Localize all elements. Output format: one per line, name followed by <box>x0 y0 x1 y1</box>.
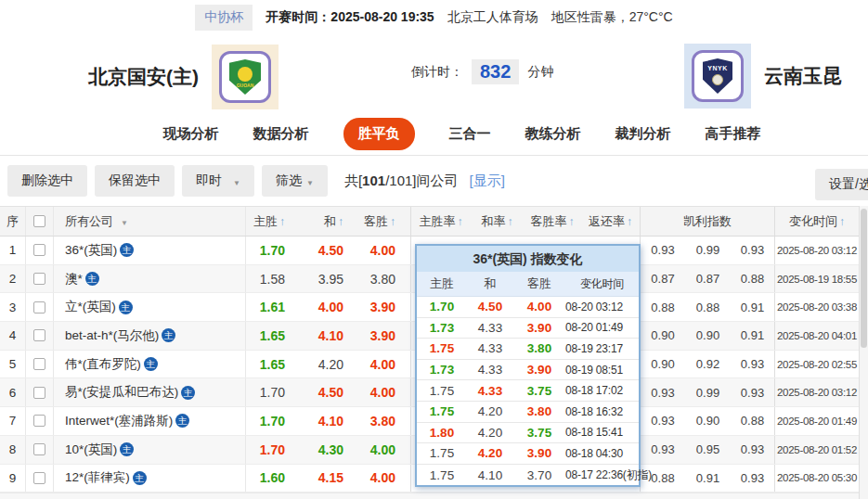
home-badge-icon: 主 <box>175 414 189 428</box>
company-name: 10*(英国) <box>65 441 117 458</box>
home-team-logo: GUOAN <box>212 45 279 109</box>
popup-change-time: 08-19 08:51 <box>565 364 639 377</box>
header-index: 序 <box>0 207 26 236</box>
header-away-odds[interactable]: 客胜 <box>356 207 411 236</box>
away-odds: 3.90 <box>370 300 395 314</box>
away-odds: 3.80 <box>370 414 395 429</box>
row-index: 8 <box>0 436 26 464</box>
header-home-odds[interactable]: 主胜 <box>246 207 302 236</box>
kelly-draw: 0.99 <box>696 243 719 257</box>
company-cell[interactable]: 立*(英国) 主 <box>54 293 246 321</box>
popup-row: 1.73 4.33 3.90 08-19 08:51 <box>417 360 639 381</box>
company-cell[interactable]: 36*(英国) 主 <box>54 237 246 264</box>
filter-select[interactable]: 筛选 <box>262 165 328 197</box>
company-name: bet-at-h*(马尔他) <box>65 327 159 344</box>
delete-selected-button[interactable]: 删除选中 <box>7 165 87 197</box>
sort-asc-icon <box>456 214 463 228</box>
kelly-draw: 0.99 <box>696 386 719 400</box>
vertical-scrollbar[interactable] <box>859 206 868 499</box>
header-draw-odds[interactable]: 和 <box>302 207 356 236</box>
company-cell[interactable]: 易*(安提瓜和巴布达) 主 <box>54 378 246 406</box>
league-badge[interactable]: 中协杯 <box>195 5 253 31</box>
kelly-home: 0.88 <box>651 301 674 314</box>
row-index: 4 <box>0 322 26 350</box>
company-name: 36*(英国) <box>65 242 117 259</box>
home-badge-icon: 主 <box>119 301 133 314</box>
popup-row: 1.75 4.20 3.80 08-18 16:32 <box>417 402 639 423</box>
header-draw-rate[interactable]: 和率 <box>471 207 524 236</box>
popup-header-draw: 和 <box>467 275 513 292</box>
tab[interactable]: 教练分析 <box>525 125 581 143</box>
row-checkbox[interactable] <box>33 244 45 256</box>
tab[interactable]: 高手推荐 <box>706 125 761 143</box>
company-cell[interactable]: 伟*(直布罗陀) 主 <box>54 351 246 378</box>
analysis-tabs: 现场分析 数据分析 胜平负 三合一 教练分析 裁判分析 高手推荐 <box>0 113 868 156</box>
popup-away-odds: 3.90 <box>527 363 551 377</box>
kelly-away: 0.88 <box>741 272 764 286</box>
popup-draw-odds: 4.20 <box>478 446 502 460</box>
change-time: 2025-08-20 04:01 <box>775 322 859 350</box>
row-checkbox[interactable] <box>33 472 45 484</box>
row-index: 9 <box>0 465 26 493</box>
popup-home-odds: 1.73 <box>430 363 454 377</box>
header-company[interactable]: 所有公司 <box>54 207 246 236</box>
tab[interactable]: 裁判分析 <box>615 125 671 143</box>
match-info-bar: 中协杯 开赛时间：2025-08-20 19:35 北京工人体育场 地区性雷暴，… <box>0 0 868 35</box>
kelly-away: 0.93 <box>741 386 764 400</box>
select-all-checkbox[interactable] <box>33 215 45 227</box>
header-home-rate[interactable]: 主胜率 <box>411 207 471 236</box>
row-checkbox[interactable] <box>33 358 45 370</box>
home-badge-icon: 主 <box>181 386 195 400</box>
keep-selected-button[interactable]: 保留选中 <box>95 165 175 197</box>
popup-home-odds: 1.75 <box>430 341 454 355</box>
company-name: 12*(菲律宾) <box>65 469 130 486</box>
company-cell[interactable]: bet-at-h*(马尔他) 主 <box>54 322 246 350</box>
tab[interactable]: 现场分析 <box>163 125 219 143</box>
tab[interactable]: 胜平负 <box>343 118 415 150</box>
change-time: 2025-08-20 01:52 <box>775 436 859 464</box>
company-cell[interactable]: Interwet*(塞浦路斯) 主 <box>54 407 246 435</box>
tab[interactable]: 数据分析 <box>253 125 309 143</box>
kelly-away: 0.93 <box>741 357 764 371</box>
row-checkbox[interactable] <box>33 387 45 399</box>
away-team-name: 云南玉昆 <box>764 63 842 89</box>
draw-odds: 3.95 <box>318 272 343 287</box>
home-odds: 1.65 <box>260 357 285 372</box>
company-name: 澳* <box>65 271 83 288</box>
row-checkbox[interactable] <box>33 415 45 427</box>
header-return-rate[interactable]: 返还率 <box>581 207 641 236</box>
home-badge-icon: 主 <box>120 442 134 456</box>
popup-change-time: 08-18 15:41 <box>565 426 639 439</box>
change-time: 2025-08-20 02:55 <box>775 351 859 378</box>
popup-draw-odds: 4.20 <box>478 426 502 440</box>
kelly-away: 0.91 <box>741 328 764 342</box>
scrollbar-thumb[interactable] <box>861 209 867 348</box>
header-change-time[interactable]: 变化时间 <box>775 207 859 236</box>
kelly-home: 0.87 <box>651 272 674 286</box>
row-checkbox[interactable] <box>33 301 45 313</box>
home-team-name: 北京国安(主) <box>88 64 199 90</box>
away-odds: 4.00 <box>370 243 395 258</box>
row-checkbox[interactable] <box>33 273 45 285</box>
header-away-rate[interactable]: 客胜率 <box>524 207 581 236</box>
kelly-away: 0.93 <box>741 442 764 456</box>
row-checkbox[interactable] <box>33 329 45 341</box>
show-link[interactable]: [显示] <box>470 173 505 190</box>
popup-home-odds: 1.75 <box>430 468 454 482</box>
away-crest-icon: YNYK <box>703 58 732 94</box>
row-checkbox[interactable] <box>33 443 45 455</box>
chevron-down-icon <box>116 214 128 228</box>
popup-draw-odds: 4.10 <box>478 468 502 482</box>
popup-row: 1.75 4.33 3.75 08-18 17:02 <box>417 380 639 402</box>
away-odds: 4.00 <box>370 442 395 457</box>
away-odds: 3.90 <box>370 328 395 343</box>
away-team-logo: YNYK <box>684 44 751 109</box>
odds-type-select[interactable]: 即时 <box>182 165 254 197</box>
company-cell[interactable]: 澳* 主 <box>54 265 246 293</box>
company-cell[interactable]: 10*(英国) 主 <box>54 436 246 464</box>
tab[interactable]: 三合一 <box>449 125 491 143</box>
home-odds: 1.70 <box>260 414 285 429</box>
company-cell[interactable]: 12*(菲律宾) 主 <box>54 465 246 493</box>
home-odds: 1.70 <box>260 385 285 400</box>
settings-button[interactable]: 设置/选 <box>815 169 868 200</box>
